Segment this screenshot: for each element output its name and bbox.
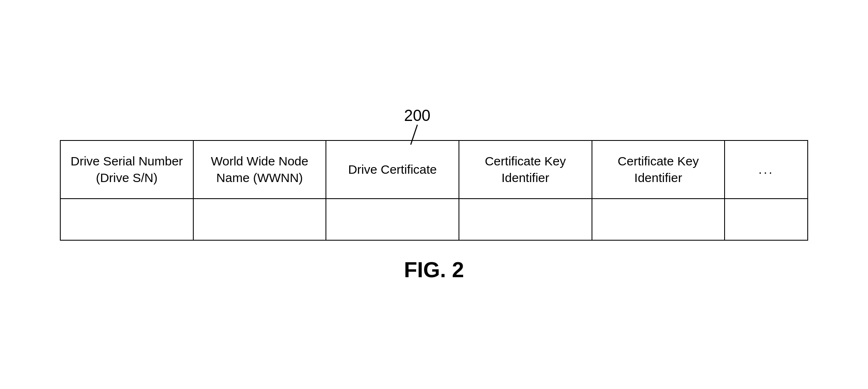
table-data-row [60, 199, 808, 240]
col-cert-key-id-1-data [459, 199, 592, 240]
col-cert-key-id-1-header: Certificate Key Identifier [459, 140, 592, 199]
col-more-data [725, 199, 808, 240]
col-cert-key-id-2-header: Certificate Key Identifier [592, 140, 725, 199]
table-header-row: Drive Serial Number (Drive S/N) World Wi… [60, 140, 808, 199]
fig-caption: FIG. 2 [404, 257, 464, 282]
ref-annotation: 200 [404, 107, 430, 145]
ref-number: 200 [404, 107, 430, 125]
svg-line-0 [411, 125, 417, 145]
table-wrapper: Drive Serial Number (Drive S/N) World Wi… [60, 140, 808, 241]
col-cert-key-id-2-data [592, 199, 725, 240]
col-drive-serial-number-data [60, 199, 193, 240]
data-table: Drive Serial Number (Drive S/N) World Wi… [60, 140, 808, 241]
col-more-header: ... [725, 140, 808, 199]
ref-line-icon [409, 125, 426, 145]
col-drive-certificate-data [326, 199, 459, 240]
diagram-container: 200 Drive Serial Number (Drive S/N) Worl… [60, 107, 808, 282]
ref-annotation-area: 200 [60, 107, 808, 140]
col-wwnn-data [193, 199, 326, 240]
col-drive-serial-number-header: Drive Serial Number (Drive S/N) [60, 140, 193, 199]
col-wwnn-header: World Wide Node Name (WWNN) [193, 140, 326, 199]
col-drive-certificate-header: Drive Certificate [326, 140, 459, 199]
